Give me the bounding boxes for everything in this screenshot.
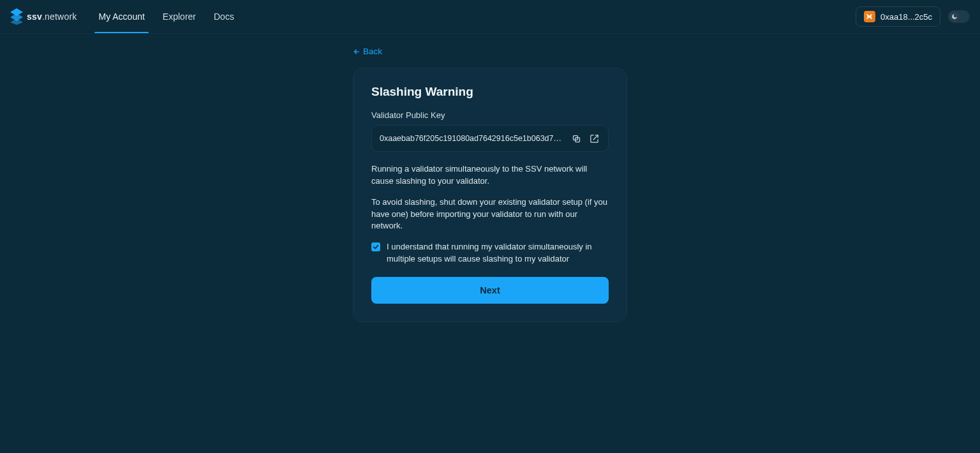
acknowledgement-checkbox[interactable] [371,242,380,251]
top-nav: ssv.network My Account Explorer Docs 0xa… [0,0,980,34]
theme-toggle[interactable] [948,10,970,23]
back-label: Back [363,47,382,56]
check-icon [373,244,379,250]
external-link-icon[interactable] [588,132,600,145]
back-link[interactable]: Back [353,47,382,56]
nav-docs[interactable]: Docs [205,0,243,33]
nav-label: Explorer [163,11,196,22]
nav-explorer[interactable]: Explorer [154,0,205,33]
acknowledgement-text: I understand that running my validator s… [387,241,609,265]
wallet-button[interactable]: 0xaa18...2c5c [856,6,940,27]
public-key-value: 0xaaebab76f205c191080ad7642916c5e1b063d7… [380,134,565,143]
slashing-warning-card: Slashing Warning Validator Public Key 0x… [353,68,627,322]
moon-icon [949,11,960,22]
next-button-label: Next [480,285,500,295]
arrow-left-icon [353,48,360,56]
brand-logo[interactable]: ssv.network [10,8,77,25]
metamask-icon [864,11,875,22]
warning-paragraph-2: To avoid slashing, shut down your existi… [371,197,609,233]
ssv-logo-icon [10,8,23,25]
nav-label: My Account [98,11,144,22]
nav-links: My Account Explorer Docs [89,0,242,33]
public-key-box: 0xaaebab76f205c191080ad7642916c5e1b063d7… [371,125,609,152]
nav-label: Docs [214,11,234,22]
brand-text: ssv.network [27,11,77,22]
public-key-label: Validator Public Key [371,110,609,120]
wallet-address: 0xaa18...2c5c [880,12,932,22]
next-button[interactable]: Next [371,277,609,304]
card-title: Slashing Warning [371,85,609,99]
nav-my-account[interactable]: My Account [89,0,153,33]
acknowledgement-row: I understand that running my validator s… [371,241,609,265]
copy-icon[interactable] [570,132,583,145]
warning-paragraph-1: Running a validator simultaneously to th… [371,163,609,188]
